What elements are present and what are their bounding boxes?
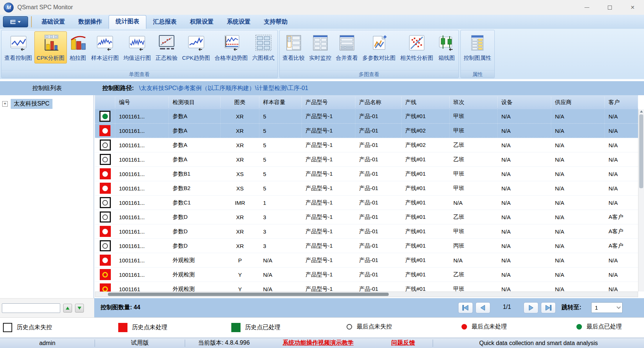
ribbon-button-控制图属性[interactable]: 控制图属性 <box>461 31 494 63</box>
tree-expand-icon[interactable]: + <box>2 101 8 107</box>
ribbon-button-相关性分析图[interactable]: 相关性分析图 <box>398 31 436 63</box>
minimize-icon <box>585 7 589 8</box>
ribbon-group-label: 单图查看 <box>1 70 277 78</box>
tutorial-link[interactable]: 系统功能操作视频演示教学 <box>283 340 354 346</box>
ribbon-button-合格率趋势图[interactable]: 合格率趋势图 <box>212 31 250 63</box>
column-header-供应商[interactable]: 供应商 <box>551 97 605 108</box>
cell-检测项目: 参数A <box>169 156 221 163</box>
close-button[interactable]: ✕ <box>621 0 644 15</box>
control-chart-table: 编号检测项目图类样本容量产品型号产品名称产线班次设备供应商客户 1001161.… <box>95 95 638 298</box>
legend-item: 历史点未失控 <box>3 323 52 332</box>
page-indicator: 1/1 <box>496 304 518 310</box>
history-alert-icon <box>100 226 111 237</box>
table-row[interactable]: 1001161...参数DXR3产品型号-1产品-01产线#01乙班N/AN/A… <box>95 210 638 224</box>
ribbon-button-CPK趋势图[interactable]: CPK趋势图 <box>180 31 212 63</box>
table-row[interactable]: 1001161...参数AXR5产品型号-1产品-01产线#02甲班N/AN/A… <box>95 124 638 138</box>
history-alert-icon <box>100 183 111 194</box>
column-header-班次[interactable]: 班次 <box>450 97 498 108</box>
tab-基础设置[interactable]: 基础设置 <box>35 16 72 29</box>
cell-样本容量: 5 <box>259 142 302 148</box>
table-row[interactable]: 1001161...参数B2XS5产品型号-1产品-01产线#01甲班N/AN/… <box>95 181 638 196</box>
search-down-button[interactable] <box>75 304 84 313</box>
column-header-产线[interactable]: 产线 <box>402 97 450 108</box>
table-row[interactable]: 1001161...外观检测PN/A产品型号-1产品-01产线#01N/AN/A… <box>95 253 638 268</box>
table-row[interactable]: 1001161...参数B1XS5产品型号-1产品-01产线#01甲班N/AN/… <box>95 167 638 181</box>
feedback-link[interactable]: 问题反馈 <box>391 340 415 346</box>
cell-设备: N/A <box>498 142 551 148</box>
table-row[interactable]: 1001161...外观检测YN/A产品型号-1产品-01产线#01乙班N/AN… <box>95 268 638 282</box>
cell-班次: 丙班 <box>450 242 498 249</box>
cell-产品型号: 产品型号-1 <box>302 199 355 206</box>
column-header-设备[interactable]: 设备 <box>498 97 551 108</box>
cell-班次: 乙班 <box>450 142 498 149</box>
next-page-button[interactable] <box>524 302 538 313</box>
table-row[interactable]: 1001161...参数AXR5产品型号-1产品-01产线#01乙班N/AN/A… <box>95 152 638 167</box>
lastpoint-status-icon <box>102 243 108 249</box>
tab-权限设置[interactable]: 权限设置 <box>183 16 220 29</box>
ribbon-button-查看比较[interactable]: 查看比较 <box>280 31 307 63</box>
app-menu-button[interactable] <box>3 16 28 27</box>
cell-产线: 产线#01 <box>402 156 450 163</box>
cell-供应商: N/A <box>551 109 605 123</box>
cell-设备: N/A <box>498 286 551 292</box>
maximize-button[interactable] <box>598 0 621 15</box>
ribbon-button-箱线图[interactable]: 箱线图 <box>436 31 458 63</box>
cell-编号: 1001161... <box>115 272 169 278</box>
statusbar-edition: 试用版 <box>95 339 185 347</box>
table-row[interactable]: 1001161...参数C1IMR1产品型号-1产品-01产线#01N/AN/A… <box>95 196 638 210</box>
tab-汇总报表[interactable]: 汇总报表 <box>146 16 183 29</box>
ribbon-button-柏拉图[interactable]: 柏拉图 <box>67 31 89 63</box>
tab-统计图表[interactable]: 统计图表 <box>109 15 146 29</box>
horizontal-scrollbar[interactable] <box>95 292 638 297</box>
cell-产品型号: 产品型号-1 <box>302 286 355 292</box>
table-row[interactable]: 1001161...参数AXR5产品型号-1产品-01产线#02乙班N/AN/A… <box>95 138 638 152</box>
ribbon-button-实时监控[interactable]: 实时监控 <box>307 31 334 63</box>
ribbon-button-多参数对比图[interactable]: 多参数对比图 <box>360 31 398 63</box>
ribbon-button-样本运行图[interactable]: 样本运行图 <box>89 31 121 63</box>
search-up-button[interactable] <box>63 304 72 313</box>
last-page-button[interactable] <box>541 302 556 313</box>
chevron-down-icon <box>617 305 621 309</box>
tab-支持帮助[interactable]: 支持帮助 <box>257 16 294 29</box>
tree-search-input[interactable] <box>2 303 60 313</box>
table-row[interactable]: 1001161...参数AXR5产品型号-1产品-01产线#01甲班N/AN/A… <box>95 109 638 124</box>
tab-数据操作[interactable]: 数据操作 <box>72 16 109 29</box>
column-header-产品型号[interactable]: 产品型号 <box>302 97 355 108</box>
pareto-chart-icon <box>69 34 87 52</box>
table-row[interactable]: 1001161...参数DXR3产品型号-1产品-01产线#01丙班N/AN/A… <box>95 239 638 253</box>
cell-产线: 产线#01 <box>402 214 450 221</box>
vertical-scrollbar-thumb[interactable] <box>639 114 643 188</box>
horizontal-scrollbar-thumb[interactable] <box>108 293 389 296</box>
cell-图类: P <box>221 257 259 263</box>
column-header-编号[interactable]: 编号 <box>115 97 169 108</box>
ribbon-button-CPK分析图[interactable]: CPK分析图 <box>34 31 67 63</box>
path-row: 控制组列表 控制图路径: \太友科技SPC\参考案例（以工序顺序构建）\计量型检… <box>0 81 644 95</box>
ribbon-button-查看控制图[interactable]: 查看控制图 <box>2 31 34 63</box>
correlation-chart-icon <box>408 34 426 52</box>
ribbon-button-六图模式[interactable]: 六图模式 <box>250 31 277 63</box>
ribbon-button-正态检验[interactable]: 正态检验 <box>153 31 180 63</box>
jump-to-select[interactable]: 1 <box>591 302 623 313</box>
tree-node[interactable]: + 太友科技SPC <box>2 99 93 109</box>
column-header-客户[interactable]: 客户 <box>605 97 638 108</box>
chart-properties-icon <box>468 34 486 52</box>
cell-供应商: N/A <box>551 257 605 263</box>
cell-产品型号: 产品型号-1 <box>302 109 355 123</box>
prev-page-button[interactable] <box>476 302 490 313</box>
column-header-样本容量[interactable]: 样本容量 <box>259 97 302 108</box>
scroll-up-icon[interactable] <box>640 110 643 113</box>
first-page-button[interactable] <box>458 302 473 313</box>
table-row[interactable]: 1001161...参数DXR3产品型号-1产品-01产线#01甲班N/AN/A… <box>95 224 638 239</box>
tab-系统设置[interactable]: 系统设置 <box>220 16 257 29</box>
minimize-button[interactable] <box>575 0 598 15</box>
ribbon-button-合并查看[interactable]: 合并查看 <box>334 31 360 63</box>
cell-班次: 甲班 <box>450 170 498 178</box>
vertical-scrollbar[interactable] <box>638 109 644 292</box>
ribbon-button-均值运行图[interactable]: 均值运行图 <box>121 31 153 63</box>
table-row[interactable]: 1001161外观检测YN/A产品型号-1产品-01产线#01甲班N/AN/AN… <box>95 282 638 292</box>
column-header-检测项目[interactable]: 检测项目 <box>169 97 221 108</box>
column-header-产品名称[interactable]: 产品名称 <box>355 97 402 108</box>
column-header-图类[interactable]: 图类 <box>221 97 259 108</box>
tree-node-label[interactable]: 太友科技SPC <box>11 99 52 109</box>
pagination-bar: 控制图数量: 44 1/1 跳转至: 1 <box>0 298 644 317</box>
